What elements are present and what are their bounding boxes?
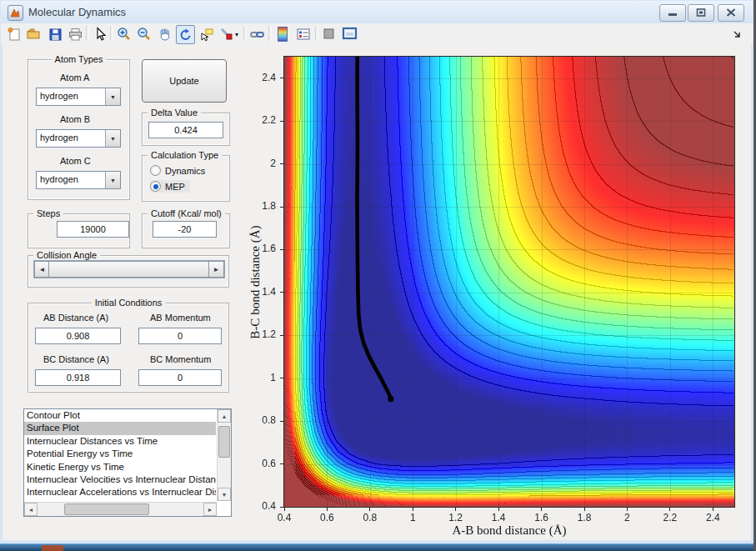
bc-distance-field[interactable]: 0.918 xyxy=(35,369,121,386)
y-axis-label: B-C bond distance (Å) xyxy=(248,199,263,366)
radio-mep[interactable]: MEP xyxy=(150,180,190,193)
plot-type-listbox[interactable]: Contour Plot Surface Plot Internuclear D… xyxy=(23,408,232,517)
x-tick-mark xyxy=(413,508,413,511)
window-title: Molecular Dynamics xyxy=(28,6,126,18)
radio-selected-icon xyxy=(150,181,161,192)
restore-button[interactable] xyxy=(688,4,714,22)
y-tick-mark xyxy=(280,121,283,122)
initial-conditions-title: Initial Conditions xyxy=(92,298,166,308)
hide-plot-tools-icon[interactable] xyxy=(320,25,338,43)
x-tick-mark xyxy=(455,508,456,511)
edit-plot-pointer-icon[interactable] xyxy=(91,25,108,43)
show-plot-tools-dock-icon[interactable] xyxy=(341,25,358,43)
list-item[interactable]: Internuclear Momenta vs Internuclear Dis… xyxy=(24,499,216,501)
steps-title: Steps xyxy=(33,208,63,218)
zoom-in-icon[interactable] xyxy=(115,25,133,43)
scroll-right-icon[interactable]: ► xyxy=(203,503,217,516)
insert-colorbar-icon[interactable] xyxy=(273,25,291,43)
insert-legend-icon[interactable] xyxy=(294,25,312,43)
list-item[interactable]: Internuclear Distances vs Time xyxy=(24,435,216,448)
cutoff-title: Cutoff (Kcal/ mol) xyxy=(148,208,225,218)
cutoff-field[interactable]: -20 xyxy=(153,221,217,238)
radio-mep-label: MEP xyxy=(165,182,185,192)
close-icon xyxy=(727,8,736,18)
figure-toolbar: ▾ xyxy=(1,23,753,45)
list-item[interactable]: Surface Plot xyxy=(24,422,216,434)
close-button[interactable] xyxy=(718,4,744,22)
scroll-down-icon[interactable]: ▼ xyxy=(218,488,231,501)
x-tick-label: 0.4 xyxy=(268,512,301,523)
toolbar-overflow-icon[interactable] xyxy=(733,30,741,40)
atom-b-value: hydrogen xyxy=(40,133,78,143)
scroll-up-icon[interactable]: ▲ xyxy=(218,409,231,423)
x-tick-label: 0.8 xyxy=(353,512,387,523)
new-figure-icon[interactable] xyxy=(5,25,23,43)
slider-thumb[interactable] xyxy=(48,261,211,278)
hscroll-thumb[interactable] xyxy=(64,503,149,515)
bc-momentum-field[interactable]: 0 xyxy=(138,369,222,386)
steps-field[interactable]: 19000 xyxy=(57,221,129,238)
brush-data-icon[interactable] xyxy=(218,25,235,43)
x-tick-mark xyxy=(284,508,285,511)
x-tick-label: 0.6 xyxy=(310,512,343,523)
contour-plot[interactable] xyxy=(284,57,734,507)
vscroll-thumb[interactable] xyxy=(218,426,230,458)
x-tick-label: 1 xyxy=(396,512,429,523)
update-button[interactable]: Update xyxy=(142,59,227,103)
data-cursor-icon[interactable] xyxy=(198,25,215,43)
list-item[interactable]: Kinetic Energy vs Time xyxy=(24,461,216,473)
listbox-viewport: Contour Plot Surface Plot Internuclear D… xyxy=(24,409,216,501)
list-item[interactable]: Internuclear Velocities vs Internuclear … xyxy=(24,473,216,486)
atom-a-value: hydrogen xyxy=(40,91,78,101)
horizontal-scrollbar[interactable]: ◄ ► xyxy=(24,502,217,516)
dropdown-arrow-icon[interactable]: ▼ xyxy=(105,88,120,105)
rotate-3d-icon[interactable] xyxy=(176,25,195,44)
atom-a-dropdown[interactable]: hydrogen ▼ xyxy=(36,88,121,106)
slider-right-arrow-icon[interactable]: ► xyxy=(208,261,224,278)
title-bar[interactable]: Molecular Dynamics xyxy=(1,1,753,24)
list-item[interactable]: Internuclear Accelerations vs Internucle… xyxy=(24,486,216,498)
link-plot-icon[interactable] xyxy=(248,25,266,43)
dropdown-arrow-icon[interactable]: ▼ xyxy=(105,130,120,147)
toolbar-separator xyxy=(243,26,247,41)
x-tick-label: 1.2 xyxy=(439,512,473,523)
y-tick-label: 0.6 xyxy=(248,458,276,469)
minimize-button[interactable] xyxy=(659,4,686,22)
x-tick-mark xyxy=(669,508,670,511)
atom-b-label: Atom B xyxy=(60,114,90,124)
zoom-out-icon[interactable] xyxy=(135,25,153,43)
ab-distance-label: AB Distance (A) xyxy=(43,313,108,323)
radio-dynamics[interactable]: Dynamics xyxy=(150,164,205,177)
ab-distance-field[interactable]: 0.908 xyxy=(35,328,121,344)
collision-angle-title: Collision Angle xyxy=(33,250,100,260)
list-item[interactable]: Potential Energy vs Time xyxy=(24,448,216,460)
bc-distance-label: BC Distance (A) xyxy=(43,354,109,364)
y-tick-mark xyxy=(280,463,283,464)
atom-b-dropdown[interactable]: hydrogen ▼ xyxy=(36,129,121,148)
atom-c-label: Atom C xyxy=(60,156,91,166)
ab-momentum-field[interactable]: 0 xyxy=(138,328,222,344)
radio-dynamics-label: Dynamics xyxy=(165,166,205,176)
collision-angle-slider[interactable]: ◄ ► xyxy=(33,260,225,278)
dropdown-arrow-icon[interactable]: ▼ xyxy=(105,172,120,188)
x-tick-label: 1.6 xyxy=(525,512,558,523)
delta-value-field[interactable]: 0.424 xyxy=(148,122,223,138)
list-item[interactable]: Contour Plot xyxy=(24,409,216,422)
y-tick-label: 2 xyxy=(248,158,276,169)
atom-c-dropdown[interactable]: hydrogen ▼ xyxy=(36,171,121,189)
y-tick-mark xyxy=(280,163,283,164)
pan-hand-icon[interactable] xyxy=(156,25,173,43)
open-file-icon[interactable] xyxy=(25,25,43,43)
print-figure-icon[interactable] xyxy=(67,25,84,43)
screen: Molecular Dynamics xyxy=(0,0,756,551)
restore-icon xyxy=(696,8,706,18)
scroll-left-icon[interactable]: ◄ xyxy=(24,503,38,516)
y-tick-label: 0.8 xyxy=(248,414,276,426)
toolbar-separator xyxy=(268,26,272,41)
brush-dropdown-arrow-icon[interactable]: ▾ xyxy=(235,31,238,38)
save-figure-icon[interactable] xyxy=(46,25,63,43)
x-tick-mark xyxy=(584,508,585,511)
y-tick-mark xyxy=(280,421,283,422)
vertical-scrollbar[interactable]: ▲ ▼ xyxy=(217,409,231,501)
taskbar-item-hint xyxy=(42,545,63,551)
